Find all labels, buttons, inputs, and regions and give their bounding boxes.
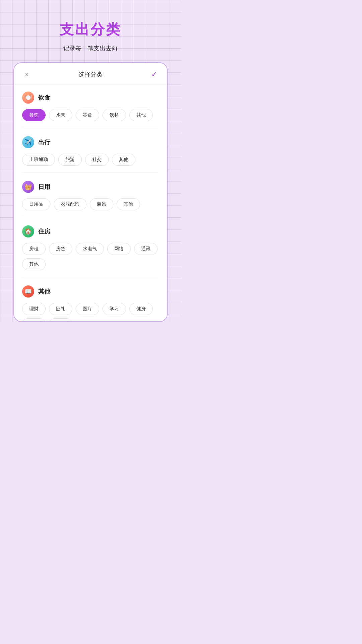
tag-other-1[interactable]: 随礼 <box>49 303 72 315</box>
section-daily: 🧺日用日用品衣服配饰装饰其他 <box>14 174 167 216</box>
tag-other-6[interactable]: 其他 <box>49 318 72 322</box>
tag-travel-2[interactable]: 社交 <box>85 154 109 166</box>
tag-daily-0[interactable]: 日用品 <box>22 198 50 210</box>
section-icon-daily: 🧺 <box>22 181 34 193</box>
section-header-daily: 🧺日用 <box>22 181 159 193</box>
tag-housing-1[interactable]: 房贷 <box>49 243 72 255</box>
tags-food: 餐饮水果零食饮料其他 <box>22 109 159 121</box>
tag-housing-0[interactable]: 房租 <box>22 243 46 255</box>
tag-travel-1[interactable]: 旅游 <box>58 154 82 166</box>
divider-1 <box>22 172 159 173</box>
divider-2 <box>22 217 159 217</box>
section-title-other: 其他 <box>38 287 50 296</box>
section-title-housing: 住房 <box>38 227 50 235</box>
tag-housing-4[interactable]: 通讯 <box>134 243 158 255</box>
section-header-housing: 🏠住房 <box>22 225 159 237</box>
section-housing: 🏠住房房租房贷水电气网络通讯其他 <box>14 219 167 276</box>
close-button[interactable]: × <box>22 70 32 79</box>
tag-housing-5[interactable]: 其他 <box>22 258 46 270</box>
section-travel: ✈️出行上班通勤旅游社交其他 <box>14 129 167 171</box>
page-container: 支出分类 记录每一笔支出去向 × 选择分类 ✓ 🍽️饮食餐饮水果零食饮料其他✈️… <box>0 0 181 322</box>
tag-food-4[interactable]: 其他 <box>129 109 153 121</box>
tag-daily-2[interactable]: 装饰 <box>90 198 113 210</box>
section-header-other: 📖其他 <box>22 285 159 298</box>
section-title-daily: 日用 <box>38 183 50 191</box>
section-title-food: 饮食 <box>38 94 50 102</box>
tag-housing-3[interactable]: 网络 <box>107 243 131 255</box>
section-food: 🍽️饮食餐饮水果零食饮料其他 <box>14 85 167 126</box>
section-icon-food: 🍽️ <box>22 92 34 104</box>
modal-header: × 选择分类 ✓ <box>14 63 167 85</box>
section-title-travel: 出行 <box>38 138 50 146</box>
tag-other-3[interactable]: 学习 <box>103 303 126 315</box>
modal-title: 选择分类 <box>78 70 103 78</box>
tags-daily: 日用品衣服配饰装饰其他 <box>22 198 159 210</box>
category-modal: × 选择分类 ✓ 🍽️饮食餐饮水果零食饮料其他✈️出行上班通勤旅游社交其他🧺日用… <box>13 62 168 322</box>
tag-food-2[interactable]: 零食 <box>76 109 99 121</box>
section-header-food: 🍽️饮食 <box>22 92 159 104</box>
tags-travel: 上班通勤旅游社交其他 <box>22 154 159 166</box>
section-header-travel: ✈️出行 <box>22 136 159 148</box>
tag-other-2[interactable]: 医疗 <box>76 303 99 315</box>
tag-travel-0[interactable]: 上班通勤 <box>22 154 55 166</box>
divider-0 <box>22 128 159 128</box>
tag-food-0[interactable]: 餐饮 <box>22 109 46 121</box>
tags-other: 理财随礼医疗学习健身兴趣其他 <box>22 303 159 322</box>
tag-daily-1[interactable]: 衣服配饰 <box>54 198 86 210</box>
section-icon-housing: 🏠 <box>22 225 34 237</box>
tags-housing: 房租房贷水电气网络通讯其他 <box>22 243 159 270</box>
section-other: 📖其他理财随礼医疗学习健身兴趣其他 <box>14 279 167 322</box>
tag-food-3[interactable]: 饮料 <box>103 109 126 121</box>
section-icon-travel: ✈️ <box>22 136 34 148</box>
sections-container: 🍽️饮食餐饮水果零食饮料其他✈️出行上班通勤旅游社交其他🧺日用日用品衣服配饰装饰… <box>14 85 167 322</box>
section-icon-other: 📖 <box>22 285 34 298</box>
tag-other-5[interactable]: 兴趣 <box>22 318 46 322</box>
tag-housing-2[interactable]: 水电气 <box>76 243 104 255</box>
page-subtitle: 记录每一笔支出去向 <box>63 44 118 52</box>
confirm-button[interactable]: ✓ <box>149 70 159 79</box>
tag-daily-3[interactable]: 其他 <box>117 198 140 210</box>
tag-food-1[interactable]: 水果 <box>49 109 72 121</box>
tag-other-0[interactable]: 理财 <box>22 303 46 315</box>
tag-other-4[interactable]: 健身 <box>129 303 153 315</box>
page-title: 支出分类 <box>60 20 121 39</box>
tag-travel-3[interactable]: 其他 <box>112 154 135 166</box>
divider-3 <box>22 277 159 277</box>
